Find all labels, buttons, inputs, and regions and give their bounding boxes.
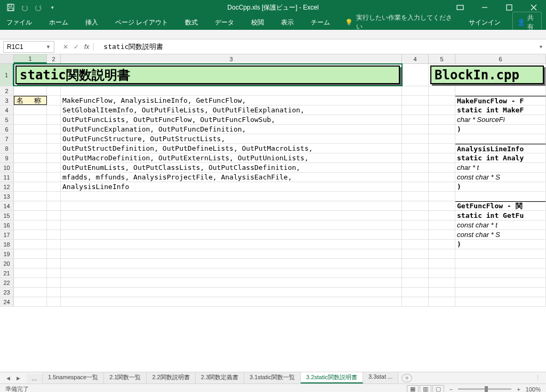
undo-icon[interactable] bbox=[18, 1, 31, 14]
cell[interactable] bbox=[47, 125, 61, 134]
cell[interactable] bbox=[402, 278, 429, 287]
fx-icon[interactable]: fx bbox=[84, 43, 94, 51]
cell[interactable] bbox=[402, 230, 429, 239]
cell[interactable]: OutPutMacroDefinition, OutPutExternLists… bbox=[61, 153, 402, 162]
cell[interactable] bbox=[455, 288, 546, 297]
cell[interactable] bbox=[455, 192, 546, 201]
cell[interactable] bbox=[61, 201, 402, 210]
row-header[interactable]: 12 bbox=[0, 182, 14, 191]
zoom-out-button[interactable]: − bbox=[449, 386, 453, 393]
cell[interactable]: ) bbox=[455, 182, 546, 191]
sheet-tab[interactable]: 3.1static関数一覧 bbox=[244, 372, 301, 383]
sheet-tab[interactable]: 1.5namespace一覧 bbox=[43, 372, 104, 383]
cell[interactable] bbox=[61, 268, 402, 277]
view-pagelayout-icon[interactable]: ▥ bbox=[420, 385, 431, 393]
cell[interactable]: GetFuncFlow - 関 bbox=[455, 201, 546, 210]
cell[interactable] bbox=[61, 240, 402, 249]
cell[interactable]: OutPutFuncLists, OutPutFuncFlow, OutPutF… bbox=[61, 115, 402, 124]
cell[interactable] bbox=[455, 249, 546, 258]
save-icon[interactable] bbox=[4, 1, 17, 14]
ribbon-tab-view[interactable]: 表示 bbox=[279, 18, 296, 27]
cell[interactable] bbox=[14, 86, 47, 95]
cell[interactable] bbox=[402, 201, 429, 210]
row-header[interactable]: 3 bbox=[0, 96, 14, 105]
cell[interactable] bbox=[402, 173, 429, 182]
cell[interactable]: 名 称 bbox=[14, 96, 47, 105]
cell[interactable] bbox=[47, 240, 61, 249]
add-sheet-button[interactable]: + bbox=[402, 374, 412, 382]
zoom-level[interactable]: 100% bbox=[526, 386, 541, 393]
cell[interactable] bbox=[14, 153, 47, 162]
zoom-in-button[interactable]: + bbox=[517, 386, 520, 393]
cell[interactable] bbox=[429, 249, 455, 258]
cell[interactable]: MakeFuncFlow - F bbox=[455, 96, 546, 105]
formula-expand-icon[interactable]: ▾ bbox=[535, 44, 546, 50]
zoom-slider[interactable] bbox=[458, 388, 511, 390]
row-header[interactable]: 17 bbox=[0, 230, 14, 239]
cell[interactable]: SetGlobalItemInfo, OutPutFileLists, OutP… bbox=[61, 105, 402, 115]
cell[interactable]: OutPutFuncExplanation, OutPutFuncDefinit… bbox=[61, 125, 402, 134]
cell[interactable] bbox=[14, 297, 47, 306]
name-box[interactable]: R1C1 ▼ bbox=[3, 41, 54, 53]
cell[interactable] bbox=[47, 163, 61, 172]
cell[interactable] bbox=[14, 230, 47, 239]
cell-r1c4[interactable] bbox=[402, 64, 429, 86]
redo-icon[interactable] bbox=[32, 1, 45, 14]
row-header[interactable]: 6 bbox=[0, 125, 14, 134]
cell[interactable] bbox=[47, 182, 61, 191]
cell[interactable] bbox=[14, 201, 47, 210]
cell[interactable] bbox=[429, 278, 455, 287]
cell[interactable] bbox=[14, 163, 47, 172]
cell[interactable] bbox=[429, 259, 455, 268]
select-all-corner[interactable] bbox=[0, 54, 14, 63]
cell[interactable]: const char * S bbox=[455, 230, 546, 239]
cell[interactable] bbox=[429, 230, 455, 239]
row-header[interactable]: 16 bbox=[0, 220, 14, 230]
spreadsheet-grid[interactable]: 1 2 3 4 5 6 1 static関数説明書 BlockIn.cpp 23… bbox=[0, 54, 546, 372]
cell[interactable]: OutPutFuncStructure, OutPutStructLists, bbox=[61, 134, 402, 143]
cell[interactable] bbox=[402, 115, 429, 124]
cell[interactable] bbox=[402, 220, 429, 230]
row-header[interactable]: 2 bbox=[0, 86, 14, 95]
row-header[interactable]: 21 bbox=[0, 268, 14, 277]
cell[interactable] bbox=[402, 163, 429, 172]
col-header-6[interactable]: 6 bbox=[455, 54, 546, 63]
row-header[interactable]: 13 bbox=[0, 192, 14, 201]
ribbon-tab-insert[interactable]: 挿入 bbox=[83, 18, 100, 27]
cell[interactable] bbox=[14, 173, 47, 182]
cell[interactable] bbox=[402, 144, 429, 153]
cell[interactable] bbox=[14, 220, 47, 230]
sign-in-link[interactable]: サインイン bbox=[467, 18, 503, 27]
cell[interactable] bbox=[429, 96, 455, 105]
row-header[interactable]: 15 bbox=[0, 211, 14, 220]
ribbon-tab-team[interactable]: チーム bbox=[309, 18, 332, 27]
row-header[interactable]: 9 bbox=[0, 153, 14, 162]
cell[interactable] bbox=[14, 249, 47, 258]
cell[interactable] bbox=[402, 240, 429, 249]
minimize-icon[interactable] bbox=[472, 0, 497, 15]
col-header-3[interactable]: 3 bbox=[61, 54, 402, 63]
cell[interactable] bbox=[61, 259, 402, 268]
cell[interactable]: char * SourceFi bbox=[455, 115, 546, 124]
qat-dropdown-icon[interactable]: ▾ bbox=[46, 1, 59, 14]
cell[interactable]: char * t bbox=[455, 163, 546, 172]
cell-r1c1[interactable]: static関数説明書 bbox=[14, 64, 402, 86]
cell[interactable]: static int GetFu bbox=[455, 211, 546, 220]
cell[interactable] bbox=[402, 249, 429, 258]
cell[interactable]: ) bbox=[455, 125, 546, 134]
cell[interactable] bbox=[429, 153, 455, 162]
cell[interactable] bbox=[14, 268, 47, 277]
ribbon-tab-pagelayout[interactable]: ページ レイアウト bbox=[113, 18, 170, 27]
cell[interactable] bbox=[455, 297, 546, 306]
sheet-tab[interactable]: 3.3stat ... bbox=[363, 372, 398, 383]
sheet-tab[interactable]: 2.3関数定義書 bbox=[196, 372, 244, 383]
cell[interactable] bbox=[402, 105, 429, 115]
row-header[interactable]: 18 bbox=[0, 240, 14, 249]
ribbon-tab-file[interactable]: ファイル bbox=[4, 18, 34, 27]
cell[interactable]: static int Analy bbox=[455, 153, 546, 162]
chevron-down-icon[interactable]: ▼ bbox=[46, 44, 51, 50]
cell[interactable] bbox=[61, 220, 402, 230]
row-header[interactable]: 22 bbox=[0, 278, 14, 287]
row-header[interactable]: 8 bbox=[0, 144, 14, 153]
cell[interactable] bbox=[14, 192, 47, 201]
